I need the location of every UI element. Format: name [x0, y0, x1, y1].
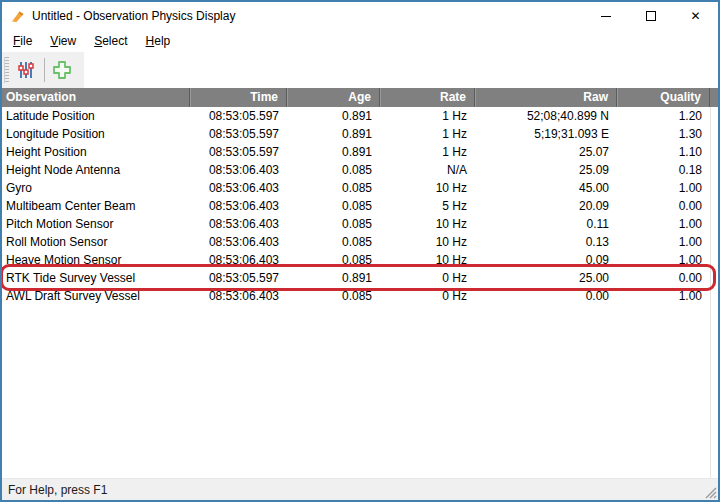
- table-row[interactable]: Roll Motion Sensor08:53:06.4030.08510 Hz…: [2, 233, 718, 251]
- table-cell: 1.20: [617, 107, 710, 125]
- table-cell: 0.085: [287, 287, 380, 305]
- table-cell: 1.10: [617, 143, 710, 161]
- table-row[interactable]: Height Node Antenna08:53:06.4030.085N/A2…: [2, 161, 718, 179]
- minimize-icon: [601, 16, 611, 17]
- column-header-rate[interactable]: Rate: [380, 88, 475, 107]
- table-cell: 1 Hz: [380, 143, 475, 161]
- column-header-age[interactable]: Age: [287, 88, 380, 107]
- resize-grip-icon[interactable]: [703, 485, 717, 499]
- table-cell: Pitch Motion Sensor: [2, 215, 190, 233]
- close-icon: ✕: [690, 10, 700, 22]
- sliders-icon: [16, 60, 36, 80]
- table-cell: 08:53:06.403: [190, 161, 287, 179]
- add-observation-button[interactable]: [49, 57, 75, 83]
- menu-file[interactable]: File: [4, 30, 41, 52]
- menu-view[interactable]: View: [41, 30, 85, 52]
- table-row[interactable]: RTK Tide Survey Vessel08:53:05.5970.8910…: [2, 269, 718, 287]
- table-body: Latitude Position08:53:05.5970.8911 Hz52…: [2, 107, 718, 478]
- table-row[interactable]: Pitch Motion Sensor08:53:06.4030.08510 H…: [2, 215, 718, 233]
- table-cell: 10 Hz: [380, 179, 475, 197]
- app-icon: [10, 8, 26, 24]
- table-cell: 0.085: [287, 197, 380, 215]
- table-cell: 5;19;31.093 E: [475, 125, 617, 143]
- table-row[interactable]: Multibeam Center Beam08:53:06.4030.0855 …: [2, 197, 718, 215]
- column-header-filler: [710, 88, 718, 107]
- table-cell: 25.00: [475, 269, 617, 287]
- table-row[interactable]: Latitude Position08:53:05.5970.8911 Hz52…: [2, 107, 718, 125]
- toolbar-grip[interactable]: [4, 57, 9, 83]
- title-bar: Untitled - Observation Physics Display ✕: [2, 2, 718, 30]
- column-header-observation[interactable]: Observation: [2, 88, 190, 107]
- table-cell: 0.891: [287, 107, 380, 125]
- table-cell: 10 Hz: [380, 215, 475, 233]
- table-cell: 10 Hz: [380, 233, 475, 251]
- table-cell: 08:53:06.403: [190, 215, 287, 233]
- table-cell: Longitude Position: [2, 125, 190, 143]
- menu-help[interactable]: Help: [137, 30, 180, 52]
- status-text: For Help, press F1: [2, 483, 107, 497]
- table-row[interactable]: Gyro08:53:06.4030.08510 Hz45.001.00: [2, 179, 718, 197]
- minimize-button[interactable]: [583, 2, 628, 30]
- table-cell: 08:53:06.403: [190, 251, 287, 269]
- table-cell: 0.085: [287, 233, 380, 251]
- table-cell: 0.891: [287, 143, 380, 161]
- table-cell: 1.00: [617, 287, 710, 305]
- table-cell: 0.085: [287, 215, 380, 233]
- table-cell: Height Node Antenna: [2, 161, 190, 179]
- menu-select[interactable]: Select: [85, 30, 136, 52]
- list-edge-line: [710, 107, 711, 478]
- toolbar-row: [2, 52, 718, 88]
- maximize-button[interactable]: [628, 2, 673, 30]
- table-cell: 08:53:06.403: [190, 179, 287, 197]
- status-bar: For Help, press F1: [2, 478, 718, 500]
- table-row[interactable]: Height Position08:53:05.5970.8911 Hz25.0…: [2, 143, 718, 161]
- table-cell: 0.891: [287, 269, 380, 287]
- table-cell: 08:53:05.597: [190, 269, 287, 287]
- menu-bar: File View Select Help: [2, 30, 718, 52]
- table-cell: 0.00: [617, 197, 710, 215]
- close-button[interactable]: ✕: [673, 2, 718, 30]
- table-cell: 08:53:05.597: [190, 107, 287, 125]
- table-cell: 20.09: [475, 197, 617, 215]
- column-header-time[interactable]: Time: [190, 88, 287, 107]
- table-cell: Height Position: [2, 143, 190, 161]
- table-cell: 08:53:06.403: [190, 233, 287, 251]
- table-cell: 1.30: [617, 125, 710, 143]
- app-window: Untitled - Observation Physics Display ✕…: [0, 0, 720, 502]
- table-row[interactable]: Heave Motion Sensor08:53:06.4030.08510 H…: [2, 251, 718, 269]
- table-row[interactable]: Longitude Position08:53:05.5970.8911 Hz5…: [2, 125, 718, 143]
- window-title: Untitled - Observation Physics Display: [32, 9, 235, 23]
- table-cell: 0.00: [617, 269, 710, 287]
- table-cell: 0.09: [475, 251, 617, 269]
- table-cell: 0 Hz: [380, 269, 475, 287]
- table-cell: 1.00: [617, 179, 710, 197]
- table-cell: 1 Hz: [380, 125, 475, 143]
- table-cell: Roll Motion Sensor: [2, 233, 190, 251]
- table-cell: N/A: [380, 161, 475, 179]
- table-cell: 1.00: [617, 233, 710, 251]
- table-header: Observation Time Age Rate Raw Quality: [2, 88, 718, 107]
- observation-settings-button[interactable]: [13, 57, 39, 83]
- toolbar: [2, 52, 84, 88]
- table-cell: 0.891: [287, 125, 380, 143]
- table-row[interactable]: AWL Draft Survey Vessel08:53:06.4030.085…: [2, 287, 718, 305]
- table-cell: 0.00: [475, 287, 617, 305]
- table-cell: 0.13: [475, 233, 617, 251]
- table-cell: 10 Hz: [380, 251, 475, 269]
- table-cell: 1 Hz: [380, 107, 475, 125]
- table-cell: 08:53:06.403: [190, 287, 287, 305]
- column-header-raw[interactable]: Raw: [475, 88, 617, 107]
- table-cell: Multibeam Center Beam: [2, 197, 190, 215]
- green-plus-icon: [51, 59, 73, 81]
- table-cell: AWL Draft Survey Vessel: [2, 287, 190, 305]
- table-cell: 0.085: [287, 179, 380, 197]
- table-cell: 08:53:05.597: [190, 143, 287, 161]
- table-cell: 0.11: [475, 215, 617, 233]
- table-cell: RTK Tide Survey Vessel: [2, 269, 190, 287]
- table-cell: 5 Hz: [380, 197, 475, 215]
- toolbar-separator: [44, 58, 45, 82]
- table-cell: 0.18: [617, 161, 710, 179]
- table-cell: Latitude Position: [2, 107, 190, 125]
- table-cell: 25.07: [475, 143, 617, 161]
- column-header-quality[interactable]: Quality: [617, 88, 710, 107]
